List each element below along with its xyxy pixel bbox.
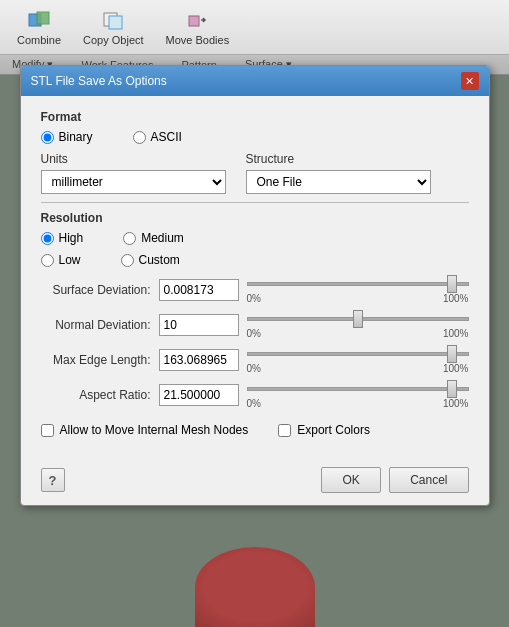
format-ascii-label: ASCII — [151, 130, 182, 144]
format-ascii-option[interactable]: ASCII — [133, 130, 182, 144]
allow-move-internal-option[interactable]: Allow to Move Internal Mesh Nodes — [41, 423, 249, 437]
resolution-high-option[interactable]: High — [41, 231, 84, 245]
units-structure-row: Units millimeter centimeter meter inch S… — [41, 152, 469, 194]
aspect-ratio-slider[interactable] — [247, 387, 469, 391]
svg-rect-4 — [189, 16, 199, 26]
aspect-ratio-label: Aspect Ratio: — [41, 388, 151, 402]
normal-deviation-slider-container: 0% 100% — [247, 310, 469, 339]
surface-deviation-row: Surface Deviation: 0% 100% — [41, 275, 469, 304]
dialog-footer: ? OK Cancel — [21, 459, 489, 505]
bottom-checkboxes: Allow to Move Internal Mesh Nodes Export… — [41, 415, 469, 445]
resolution-high-label: High — [59, 231, 84, 245]
surface-deviation-range-labels: 0% 100% — [247, 293, 469, 304]
surface-deviation-track — [247, 275, 469, 293]
stl-save-options-dialog: STL File Save As Options ✕ Format Binary… — [20, 65, 490, 506]
resolution-custom-label: Custom — [139, 253, 180, 267]
structure-label: Structure — [246, 152, 431, 166]
combine-icon — [27, 8, 51, 32]
max-edge-length-input[interactable] — [159, 349, 239, 371]
resolution-section: Resolution High Medium Low — [41, 211, 469, 267]
export-colors-option[interactable]: Export Colors — [278, 423, 370, 437]
format-section: Format Binary ASCII — [41, 110, 469, 144]
max-edge-length-row: Max Edge Length: 0% 100% — [41, 345, 469, 374]
resolution-custom-radio[interactable] — [121, 254, 134, 267]
resolution-medium-option[interactable]: Medium — [123, 231, 184, 245]
resolution-row-1: High Medium — [41, 231, 469, 245]
combine-label: Combine — [17, 34, 61, 46]
resolution-custom-option[interactable]: Custom — [121, 253, 180, 267]
surface-deviation-input[interactable] — [159, 279, 239, 301]
copy-object-button[interactable]: Copy Object — [74, 3, 153, 51]
surface-deviation-slider-container: 0% 100% — [247, 275, 469, 304]
normal-deviation-max-label: 100% — [443, 328, 469, 339]
resolution-medium-radio[interactable] — [123, 232, 136, 245]
svg-rect-3 — [109, 16, 122, 29]
resolution-label: Resolution — [41, 211, 469, 225]
combine-button[interactable]: Combine — [8, 3, 70, 51]
normal-deviation-slider[interactable] — [247, 317, 469, 321]
normal-deviation-track — [247, 310, 469, 328]
max-edge-length-max-label: 100% — [443, 363, 469, 374]
structure-select[interactable]: One File One File Per Body — [246, 170, 431, 194]
units-select[interactable]: millimeter centimeter meter inch — [41, 170, 226, 194]
aspect-ratio-range-labels: 0% 100% — [247, 398, 469, 409]
surface-deviation-slider[interactable] — [247, 282, 469, 286]
units-group: Units millimeter centimeter meter inch — [41, 152, 226, 194]
dialog-close-button[interactable]: ✕ — [461, 72, 479, 90]
normal-deviation-range-labels: 0% 100% — [247, 328, 469, 339]
format-binary-radio[interactable] — [41, 131, 54, 144]
format-label: Format — [41, 110, 469, 124]
normal-deviation-min-label: 0% — [247, 328, 261, 339]
help-button[interactable]: ? — [41, 468, 65, 492]
max-edge-length-slider-container: 0% 100% — [247, 345, 469, 374]
ok-button[interactable]: OK — [321, 467, 381, 493]
max-edge-length-track — [247, 345, 469, 363]
aspect-ratio-row: Aspect Ratio: 0% 100% — [41, 380, 469, 409]
format-ascii-radio[interactable] — [133, 131, 146, 144]
units-label: Units — [41, 152, 226, 166]
allow-move-internal-label: Allow to Move Internal Mesh Nodes — [60, 423, 249, 437]
normal-deviation-row: Normal Deviation: 0% 100% — [41, 310, 469, 339]
copy-label: Copy Object — [83, 34, 144, 46]
footer-left: ? — [41, 468, 314, 492]
format-binary-label: Binary — [59, 130, 93, 144]
format-binary-option[interactable]: Binary — [41, 130, 93, 144]
export-colors-checkbox[interactable] — [278, 424, 291, 437]
separator-1 — [41, 202, 469, 203]
surface-deviation-min-label: 0% — [247, 293, 261, 304]
aspect-ratio-slider-container: 0% 100% — [247, 380, 469, 409]
max-edge-length-range-labels: 0% 100% — [247, 363, 469, 374]
max-edge-length-label: Max Edge Length: — [41, 353, 151, 367]
aspect-ratio-min-label: 0% — [247, 398, 261, 409]
cancel-button[interactable]: Cancel — [389, 467, 468, 493]
normal-deviation-input[interactable] — [159, 314, 239, 336]
dialog-title: STL File Save As Options — [31, 74, 167, 88]
format-radio-row: Binary ASCII — [41, 130, 469, 144]
resolution-row-2: Low Custom — [41, 253, 469, 267]
aspect-ratio-track — [247, 380, 469, 398]
dialog-overlay: STL File Save As Options ✕ Format Binary… — [0, 55, 509, 627]
normal-deviation-label: Normal Deviation: — [41, 318, 151, 332]
aspect-ratio-max-label: 100% — [443, 398, 469, 409]
resolution-low-label: Low — [59, 253, 81, 267]
structure-group: Structure One File One File Per Body — [246, 152, 431, 194]
aspect-ratio-input[interactable] — [159, 384, 239, 406]
move-bodies-button[interactable]: Move Bodies — [157, 3, 239, 51]
surface-deviation-label: Surface Deviation: — [41, 283, 151, 297]
export-colors-label: Export Colors — [297, 423, 370, 437]
surface-deviation-max-label: 100% — [443, 293, 469, 304]
movebodies-label: Move Bodies — [166, 34, 230, 46]
resolution-low-option[interactable]: Low — [41, 253, 81, 267]
max-edge-length-slider[interactable] — [247, 352, 469, 356]
resolution-low-radio[interactable] — [41, 254, 54, 267]
copy-icon — [101, 8, 125, 32]
max-edge-length-min-label: 0% — [247, 363, 261, 374]
dialog-body: Format Binary ASCII Units — [21, 96, 489, 459]
movebodies-icon — [185, 8, 209, 32]
dialog-title-bar: STL File Save As Options ✕ — [21, 66, 489, 96]
toolbar: Combine Copy Object Move Bodies — [0, 0, 509, 55]
allow-move-internal-checkbox[interactable] — [41, 424, 54, 437]
resolution-medium-label: Medium — [141, 231, 184, 245]
svg-rect-1 — [37, 12, 49, 24]
resolution-high-radio[interactable] — [41, 232, 54, 245]
